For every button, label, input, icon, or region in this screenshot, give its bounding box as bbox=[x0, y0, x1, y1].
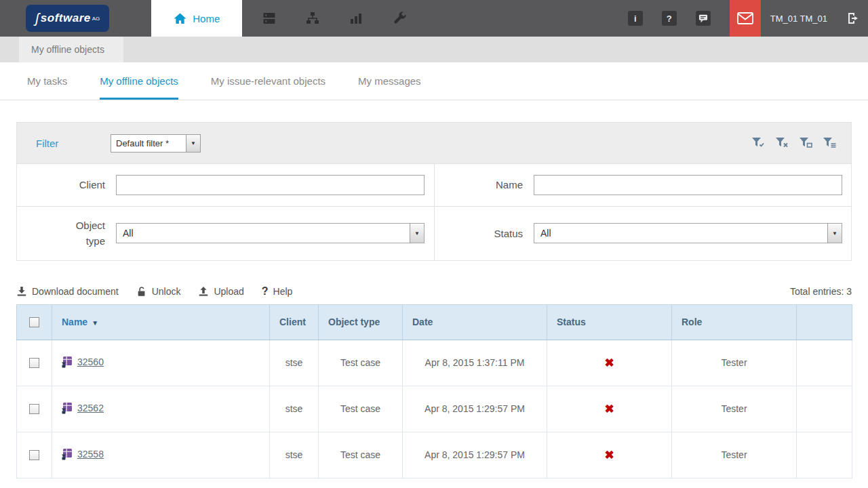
upload-button[interactable]: Upload bbox=[198, 286, 243, 297]
home-tab[interactable]: Home bbox=[151, 0, 242, 37]
table-row: 32560 stse Test case Apr 8, 2015 1:37:11… bbox=[17, 340, 852, 386]
unlock-icon bbox=[136, 286, 147, 297]
header-label: Client bbox=[279, 317, 306, 327]
table-body: 32560 stse Test case Apr 8, 2015 1:37:11… bbox=[17, 340, 852, 478]
download-document-button[interactable]: Download document bbox=[16, 286, 119, 297]
test-case-locked-icon bbox=[61, 448, 73, 460]
field-object-type: Object type All ▼ bbox=[17, 206, 434, 260]
status-failed-icon: ✖ bbox=[604, 357, 614, 369]
status-failed-icon: ✖ bbox=[604, 449, 614, 462]
table-row: 32558 stse Test case Apr 8, 2015 1:29:57… bbox=[17, 432, 852, 478]
name-cell: 32558 bbox=[52, 432, 270, 478]
status-value: All bbox=[534, 224, 827, 243]
test-case-locked-icon bbox=[61, 356, 73, 368]
column-header-name[interactable]: Name▼ bbox=[52, 304, 270, 340]
object-type-value: All bbox=[117, 224, 410, 243]
tab-label: My tasks bbox=[27, 75, 67, 87]
feedback-chat-icon[interactable] bbox=[696, 11, 711, 26]
unlock-button[interactable]: Unlock bbox=[136, 286, 181, 297]
filter-title: Filter bbox=[36, 138, 111, 149]
status-select[interactable]: All ▼ bbox=[534, 223, 842, 243]
breadcrumb-bar: My offline objects bbox=[0, 37, 868, 62]
object-type-cell: Test case bbox=[319, 386, 403, 432]
repository-icon[interactable] bbox=[248, 11, 291, 26]
row-select-cell bbox=[17, 432, 52, 478]
object-link[interactable]: 32562 bbox=[77, 403, 104, 413]
hierarchy-icon[interactable] bbox=[291, 11, 334, 26]
question-icon: ? bbox=[262, 285, 269, 298]
column-header-empty bbox=[797, 304, 852, 340]
help-button[interactable]: ? Help bbox=[262, 285, 293, 298]
filter-panel: Filter Default filter * ▼ Client bbox=[16, 122, 852, 261]
field-status: Status All ▼ bbox=[434, 206, 851, 260]
select-all-checkbox[interactable] bbox=[29, 317, 39, 327]
chevron-down-icon: ▼ bbox=[410, 224, 424, 243]
role-cell: Tester bbox=[672, 340, 797, 386]
date-cell: Apr 8, 2015 1:37:11 PM bbox=[403, 340, 547, 386]
table-row: 32562 stse Test case Apr 8, 2015 1:29:57… bbox=[17, 386, 852, 432]
client-input[interactable] bbox=[116, 175, 425, 195]
download-icon bbox=[16, 286, 27, 297]
filter-preset-value: Default filter * bbox=[111, 135, 186, 152]
header-label: Object type bbox=[328, 317, 380, 327]
table-header-row: Name▼ Client Object type Date Status Rol… bbox=[17, 304, 852, 340]
header-label: Status bbox=[557, 317, 586, 327]
download-label: Download document bbox=[32, 286, 119, 297]
object-link[interactable]: 32560 bbox=[77, 357, 104, 367]
name-input[interactable] bbox=[534, 175, 842, 195]
reset-filter-icon[interactable] bbox=[775, 137, 789, 149]
messages-mail-tile[interactable] bbox=[730, 0, 761, 37]
column-header-status[interactable]: Status bbox=[547, 304, 672, 340]
help-label: Help bbox=[273, 286, 293, 297]
home-icon bbox=[174, 13, 186, 24]
tab-my-tasks[interactable]: My tasks bbox=[27, 62, 67, 100]
test-case-locked-icon bbox=[61, 402, 73, 414]
chart-icon[interactable] bbox=[334, 11, 378, 26]
name-cell: 32562 bbox=[52, 386, 270, 432]
logout-icon[interactable] bbox=[838, 12, 868, 25]
help-icon[interactable]: ? bbox=[662, 11, 677, 26]
save-filter-icon[interactable] bbox=[799, 137, 812, 149]
tab-my-offline-objects[interactable]: My offline objects bbox=[100, 62, 178, 100]
total-entries: Total entries: 3 bbox=[790, 286, 852, 297]
tab-label: My issue-relevant objects bbox=[211, 75, 326, 87]
client-cell: stse bbox=[270, 432, 319, 478]
field-client: Client bbox=[17, 163, 434, 206]
logged-in-user: TM_01 TM_01 bbox=[770, 14, 827, 24]
object-link[interactable]: 32558 bbox=[77, 449, 104, 460]
tab-my-messages[interactable]: My messages bbox=[358, 62, 421, 100]
select-all-cell bbox=[17, 304, 52, 340]
filter-preset-select[interactable]: Default filter * ▼ bbox=[111, 134, 201, 152]
upload-icon bbox=[198, 286, 209, 297]
info-icon[interactable]: i bbox=[628, 11, 643, 26]
status-failed-icon: ✖ bbox=[604, 403, 614, 415]
date-cell: Apr 8, 2015 1:29:57 PM bbox=[403, 432, 547, 478]
actions-cell bbox=[797, 432, 852, 478]
breadcrumb[interactable]: My offline objects bbox=[19, 37, 123, 62]
apply-filter-icon[interactable] bbox=[751, 137, 765, 149]
object-type-cell: Test case bbox=[319, 432, 403, 478]
manage-filter-icon[interactable] bbox=[823, 137, 836, 149]
header-label: Date bbox=[412, 317, 433, 327]
breadcrumb-label: My offline objects bbox=[31, 44, 104, 55]
home-tab-label: Home bbox=[193, 13, 220, 24]
chevron-down-icon: ▼ bbox=[186, 135, 200, 152]
row-select-cell bbox=[17, 386, 52, 432]
top-nav-icons bbox=[248, 0, 421, 37]
row-checkbox[interactable] bbox=[29, 358, 39, 368]
name-cell: 32560 bbox=[52, 340, 270, 386]
sort-desc-icon: ▼ bbox=[92, 319, 98, 327]
column-header-date[interactable]: Date bbox=[403, 304, 547, 340]
status-cell: ✖ bbox=[547, 386, 672, 432]
row-checkbox[interactable] bbox=[29, 404, 39, 414]
offline-objects-table: Name▼ Client Object type Date Status Rol… bbox=[16, 304, 852, 479]
object-type-select[interactable]: All ▼ bbox=[116, 223, 425, 243]
row-checkbox[interactable] bbox=[29, 450, 39, 460]
column-header-client[interactable]: Client bbox=[270, 304, 319, 340]
wrench-icon[interactable] bbox=[378, 11, 421, 26]
column-header-role[interactable]: Role bbox=[672, 304, 797, 340]
column-header-object-type[interactable]: Object type bbox=[319, 304, 403, 340]
softwareag-logo: ʃ software AG bbox=[26, 5, 109, 32]
tab-my-issue-relevant-objects[interactable]: My issue-relevant objects bbox=[211, 62, 326, 100]
list-toolbar: Download document Unlock Upload ? Help T… bbox=[16, 285, 852, 298]
